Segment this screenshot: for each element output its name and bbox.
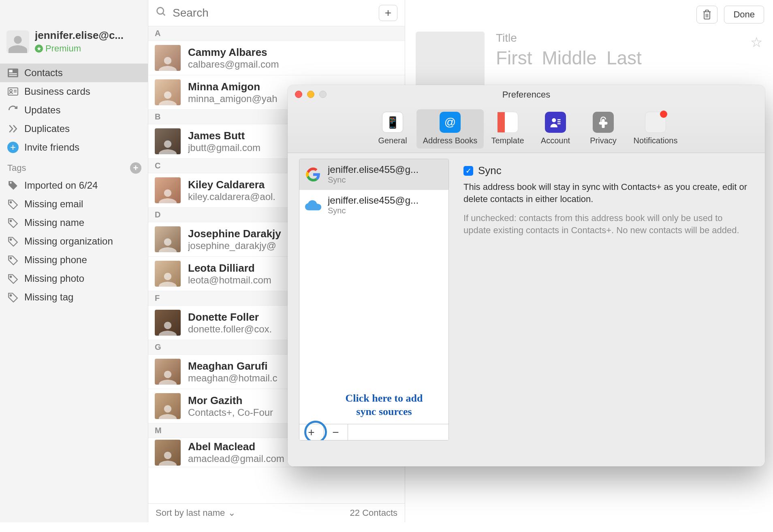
tag-item[interactable]: Missing phone [0, 251, 148, 269]
preferences-body: jeniffer.elise455@g... Sync jeniffer.eli… [288, 154, 765, 466]
svg-point-14 [157, 7, 164, 14]
footer-spacer [348, 424, 448, 440]
svg-rect-22 [557, 123, 561, 125]
template-icon [497, 112, 518, 133]
tag-icon [7, 180, 19, 191]
address-books-right: ✓ Sync This address book will stay in sy… [449, 154, 765, 466]
contact-avatar [155, 177, 181, 203]
tag-item[interactable]: Missing organization [0, 232, 148, 251]
nav-item-contacts[interactable]: Contacts [0, 64, 148, 82]
contact-avatar [155, 393, 181, 419]
google-logo-icon [305, 166, 321, 183]
general-icon: 📱 [382, 112, 403, 133]
tag-label: Imported on 6/24 [24, 180, 98, 191]
name-parts: First Middle Last [496, 47, 739, 69]
contact-avatar [155, 226, 181, 252]
first-name-field[interactable]: First [496, 47, 532, 69]
contact-name: Minna Amigon [188, 81, 278, 93]
add-address-book-button[interactable]: + [299, 424, 324, 440]
address-book-item[interactable]: jeniffer.elise455@g... Sync [299, 190, 448, 221]
icloud-logo-icon [305, 197, 321, 213]
window-close-button[interactable] [295, 91, 302, 98]
contact-avatar [155, 79, 181, 105]
sync-checkbox[interactable]: ✓ [463, 166, 473, 176]
preferences-tabs: 📱 General @ Address Books Template Accou… [288, 104, 765, 153]
contact-email: jbutt@gmail.com [188, 142, 261, 153]
business-card-icon [7, 86, 19, 97]
window-zoom-button[interactable] [319, 91, 327, 98]
tag-item[interactable]: Missing name [0, 213, 148, 232]
address-books-left: jeniffer.elise455@g... Sync jeniffer.eli… [288, 154, 449, 466]
tag-label: Missing phone [24, 254, 87, 266]
name-fields: Title First Middle Last [496, 32, 739, 69]
prefs-tab-privacy[interactable]: Privacy [579, 109, 627, 149]
prefs-tab-general[interactable]: 📱 General [369, 109, 416, 149]
letter-header: A [148, 26, 405, 41]
address-book-item[interactable]: jeniffer.elise455@g... Sync [299, 159, 448, 190]
contact-row[interactable]: Cammy Albarescalbares@gmail.com [148, 41, 405, 75]
tag-label: Missing tag [24, 292, 73, 303]
contact-email: kiley.caldarera@aol. [188, 191, 275, 202]
trash-button[interactable] [696, 6, 717, 23]
prefs-tab-label: Account [541, 136, 570, 145]
nav-label: Business cards [24, 86, 90, 97]
prefs-tab-address-books[interactable]: @ Address Books [416, 109, 484, 149]
sort-selector[interactable]: Sort by last name ⌄ [156, 508, 235, 518]
add-sync-hint: Click here to add sync sources [325, 392, 443, 418]
nav-item-invite-friends[interactable]: + Invite friends [0, 138, 148, 157]
contact-email: josephine_darakjy@ [188, 240, 281, 251]
account-row[interactable]: jennifer.elise@c... ★ Premium [0, 24, 148, 56]
prefs-tab-notifications[interactable]: Notifications [627, 109, 684, 149]
tag-item[interactable]: Missing tag [0, 288, 148, 306]
tag-item[interactable]: Missing email [0, 195, 148, 213]
prefs-tab-account[interactable]: Account [532, 109, 579, 149]
search-input[interactable] [173, 6, 373, 19]
sort-label: Sort by last name [156, 508, 225, 518]
remove-address-book-button[interactable]: − [324, 424, 348, 440]
window-minimize-button[interactable] [307, 91, 314, 98]
address-book-sub: Sync [328, 206, 419, 215]
middle-name-field[interactable]: Middle [542, 47, 597, 69]
tag-icon [7, 217, 19, 228]
contact-name: Meaghan Garufi [188, 360, 277, 372]
search-icon [156, 6, 167, 20]
add-tag-button[interactable]: + [130, 162, 141, 174]
favorite-star-button[interactable]: ☆ [750, 34, 762, 50]
tag-item[interactable]: Imported on 6/24 [0, 176, 148, 195]
tag-icon [7, 254, 19, 266]
sync-checkbox-row[interactable]: ✓ Sync [463, 164, 749, 177]
sidebar: jennifer.elise@c... ★ Premium Contacts B… [0, 0, 148, 522]
sync-unchecked-description: If unchecked: contacts from this address… [463, 212, 749, 237]
svg-point-13 [10, 295, 11, 296]
nav-item-duplicates[interactable]: Duplicates [0, 119, 148, 138]
tag-item[interactable]: Missing photo [0, 269, 148, 288]
tags-list: Imported on 6/24 Missing email Missing n… [0, 176, 148, 306]
contacts-icon [7, 67, 19, 79]
nav-item-business-cards[interactable]: Business cards [0, 82, 148, 101]
svg-rect-3 [9, 75, 17, 76]
address-book-sub: Sync [328, 175, 419, 185]
add-contact-button[interactable]: + [379, 5, 397, 21]
contact-name: Donette Foller [188, 311, 272, 323]
account-email: jennifer.elise@c... [35, 29, 141, 42]
preferences-traffic-lights [295, 91, 327, 98]
svg-rect-2 [9, 73, 17, 74]
done-button[interactable]: Done [724, 6, 764, 23]
account-info: jennifer.elise@c... ★ Premium [35, 29, 141, 54]
account-icon [545, 112, 566, 133]
nav-item-updates[interactable]: Updates [0, 101, 148, 119]
detail-toolbar: Done [405, 0, 773, 29]
contact-email: meaghan@hotmail.c [188, 372, 277, 384]
preferences-titlebar: Preferences [288, 85, 765, 104]
updates-icon [7, 104, 19, 116]
svg-rect-21 [557, 121, 561, 123]
nav-label: Updates [24, 104, 60, 116]
svg-line-15 [163, 13, 165, 15]
last-name-field[interactable]: Last [606, 47, 642, 69]
contact-name: Leota Dilliard [188, 262, 271, 275]
contact-email: leota@hotmail.com [188, 275, 271, 286]
title-field[interactable]: Title [496, 32, 739, 45]
prefs-tab-template[interactable]: Template [484, 109, 532, 149]
svg-point-8 [10, 202, 11, 203]
contact-name: Cammy Albares [188, 46, 279, 59]
